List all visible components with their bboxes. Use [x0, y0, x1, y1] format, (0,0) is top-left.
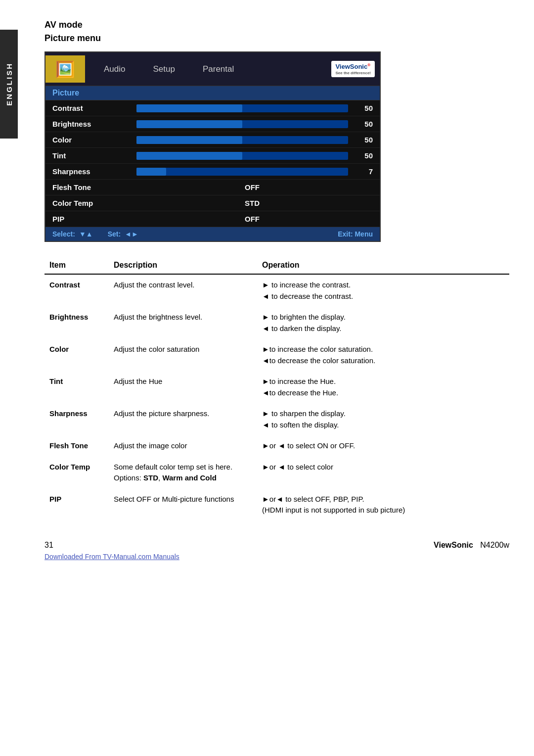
row-item: Color Temp — [44, 457, 109, 489]
table-row: Contrast Adjust the contrast level. ► to… — [44, 274, 509, 307]
pip-value: OFF — [132, 215, 373, 223]
row-operation: ►to increase the Hue.◄to decrease the Hu… — [257, 371, 509, 403]
col-header-description: Description — [109, 257, 257, 274]
table-row: Color Adjust the color saturation ►to in… — [44, 339, 509, 371]
brightness-bar — [136, 120, 348, 128]
tab-audio[interactable]: Audio — [90, 60, 139, 78]
row-operation: ►or ◄ to select ON or OFF. — [257, 435, 509, 457]
page-title: AV mode — [44, 20, 504, 30]
color-value: 50 — [353, 136, 373, 144]
brightness-value: 50 — [353, 120, 373, 128]
tab-setup[interactable]: Setup — [139, 60, 188, 78]
row-item: Flesh Tone — [44, 435, 109, 457]
row-description: Adjust the Hue — [109, 371, 257, 403]
status-bar: Select: ▼▲ Set: ◄► Exit: Menu — [45, 227, 380, 241]
flesh-tone-value: OFF — [132, 183, 373, 191]
row-description: Adjust the contrast level. — [109, 274, 257, 307]
tint-bar — [136, 152, 348, 160]
row-description: Select OFF or Multi-picture functions — [109, 489, 257, 521]
contrast-value: 50 — [353, 104, 373, 112]
set-status: Set: ◄► — [108, 230, 138, 238]
row-item: Tint — [44, 371, 109, 403]
contrast-label: Contrast — [52, 104, 132, 112]
select-arrows: ▼▲ — [79, 230, 93, 238]
exit-menu-label: Exit: Menu — [338, 230, 373, 238]
row-item: PIP — [44, 489, 109, 521]
row-description: Adjust the color saturation — [109, 339, 257, 371]
info-table: Item Description Operation Contrast Adju… — [44, 257, 509, 521]
tab-parental[interactable]: Parental — [189, 60, 248, 78]
color-temp-label: Color Temp — [52, 199, 132, 207]
color-temp-value: STD — [132, 199, 373, 207]
row-description: Adjust the image color — [109, 435, 257, 457]
set-label: Set: — [108, 230, 121, 238]
color-label: Color — [52, 136, 132, 144]
row-operation: ► to sharpen the display.◄ to soften the… — [257, 403, 509, 435]
menu-row-brightness[interactable]: Brightness 50 — [45, 116, 380, 132]
table-row: Tint Adjust the Hue ►to increase the Hue… — [44, 371, 509, 403]
set-arrows: ◄► — [125, 230, 138, 238]
menu-row-color[interactable]: Color 50 — [45, 132, 380, 148]
footer: 31 ViewSonic N4200w — [44, 536, 509, 550]
table-row: Color Temp Some default color temp set i… — [44, 457, 509, 489]
row-item: Color — [44, 339, 109, 371]
brightness-label: Brightness — [52, 120, 132, 128]
picture-icon: 🖼️ — [45, 55, 85, 83]
tint-label: Tint — [52, 151, 132, 160]
tint-value: 50 — [353, 151, 373, 160]
select-status: Select: ▼▲ — [52, 230, 93, 238]
footer-link[interactable]: Downloaded From TV-Manual.com Manuals — [44, 553, 504, 561]
nav-bar: 🖼️ Audio Setup Parental ViewSonic® See t… — [45, 52, 380, 86]
table-row: Flesh Tone Adjust the image color ►or ◄ … — [44, 435, 509, 457]
col-header-item: Item — [44, 257, 109, 274]
table-row: Sharpness Adjust the picture sharpness. … — [44, 403, 509, 435]
language-label: ENGLISH — [5, 62, 13, 106]
language-tab: ENGLISH — [0, 30, 18, 139]
sharpness-label: Sharpness — [52, 167, 132, 176]
color-bar — [136, 136, 348, 144]
row-operation: ► to brighten the display.◄ to darken th… — [257, 307, 509, 339]
row-item: Brightness — [44, 307, 109, 339]
menu-row-sharpness[interactable]: Sharpness 7 — [45, 164, 380, 180]
row-operation: ►or ◄ to select color — [257, 457, 509, 489]
page-subtitle: Picture menu — [44, 33, 504, 44]
pip-label: PIP — [52, 215, 132, 223]
row-operation: ►to increase the color saturation.◄to de… — [257, 339, 509, 371]
row-description: Adjust the brightness level. — [109, 307, 257, 339]
table-row: PIP Select OFF or Multi-picture function… — [44, 489, 509, 521]
row-item: Sharpness — [44, 403, 109, 435]
footer-model: N4200w — [480, 541, 509, 549]
menu-row-tint[interactable]: Tint 50 — [45, 148, 380, 164]
row-description: Adjust the picture sharpness. — [109, 403, 257, 435]
row-description: Some default color temp set is here. Opt… — [109, 457, 257, 489]
row-operation: ► to increase the contrast.◄ to decrease… — [257, 274, 509, 307]
contrast-bar — [136, 104, 348, 112]
picture-menu-box: 🖼️ Audio Setup Parental ViewSonic® See t… — [44, 51, 381, 242]
col-header-operation: Operation — [257, 257, 509, 274]
menu-row-color-temp[interactable]: Color Temp STD — [45, 195, 380, 211]
flesh-tone-label: Flesh Tone — [52, 183, 132, 191]
footer-page-number: 31 — [44, 541, 53, 550]
select-label: Select: — [52, 230, 75, 238]
row-operation: ►or◄ to select OFF, PBP, PIP.(HDMI input… — [257, 489, 509, 521]
picture-section-header: Picture — [45, 86, 380, 100]
menu-row-pip[interactable]: PIP OFF — [45, 211, 380, 227]
row-item: Contrast — [44, 274, 109, 307]
sharpness-value: 7 — [353, 167, 373, 176]
menu-row-flesh-tone[interactable]: Flesh Tone OFF — [45, 180, 380, 195]
sharpness-bar — [136, 168, 348, 176]
footer-brand-section: ViewSonic N4200w — [434, 541, 509, 550]
viewsonic-logo: ViewSonic® See the difference! — [331, 61, 375, 78]
footer-brand: ViewSonic — [434, 541, 473, 549]
table-row: Brightness Adjust the brightness level. … — [44, 307, 509, 339]
menu-row-contrast[interactable]: Contrast 50 — [45, 100, 380, 116]
